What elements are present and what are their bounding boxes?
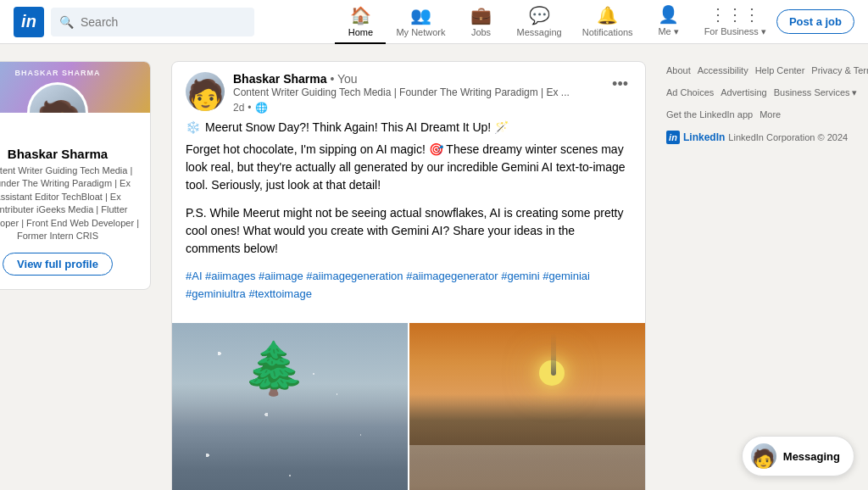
post-body-part2: P.S. While Meerut might not be seeing ac… <box>186 204 632 258</box>
messaging-icon: 💬 <box>529 5 550 25</box>
footer-link-about[interactable]: About <box>666 61 691 80</box>
search-input[interactable] <box>81 15 246 29</box>
sunset-scene <box>409 323 645 490</box>
nav-label-home: Home <box>348 27 373 37</box>
profile-banner: 🧑 <box>0 62 150 113</box>
post-images: 🌲 <box>172 323 645 490</box>
post-separator: • <box>248 102 251 114</box>
footer-link-accessibility[interactable]: Accessibility <box>698 61 748 80</box>
nav-label-notifications: Notifications <box>582 27 633 37</box>
nav-label-jobs: Jobs <box>471 27 491 37</box>
linkedin-logo-letter: in <box>21 12 36 31</box>
main-layout: 🧑 Bhaskar Sharma Content Writer Guiding … <box>0 44 868 490</box>
footer-link-more[interactable]: More <box>760 105 781 124</box>
messaging-bubble-label: Messaging <box>783 450 840 463</box>
post-job-button[interactable]: Post a job <box>776 9 854 34</box>
nav-item-home[interactable]: 🏠 Home <box>335 0 386 44</box>
avatar-figure: 🧑 <box>34 102 82 113</box>
post-more-button[interactable]: ••• <box>609 72 632 97</box>
footer-link-help-center[interactable]: Help Center <box>755 61 805 80</box>
footer-link-ad-choices[interactable]: Ad Choices <box>666 83 714 102</box>
messaging-avatar: 🧑 <box>751 443 776 469</box>
nav-label-me: Me ▾ <box>658 26 678 37</box>
post-author-area: 🧑 Bhaskar Sharma • You Content Writer Gu… <box>186 72 570 114</box>
footer-link-get-app[interactable]: Get the LinkedIn app <box>666 105 753 124</box>
feed: 🧑 Bhaskar Sharma • You Content Writer Gu… <box>171 61 646 490</box>
footer-link-privacy-terms[interactable]: Privacy & Terms ▾ <box>811 61 868 80</box>
view-full-profile-button[interactable]: View full profile <box>3 253 113 276</box>
for-business-icon: ⋮⋮⋮ <box>709 4 760 25</box>
main-nav: 🏠 Home 👥 My Network 💼 Jobs 💬 Messaging 🔔… <box>335 0 854 44</box>
nav-item-messaging[interactable]: 💬 Messaging <box>507 0 572 44</box>
linkedin-logo-small: in <box>666 131 680 144</box>
msg-avatar-figure: 🧑 <box>752 450 775 469</box>
footer-links: About Accessibility Help Center Privacy … <box>666 61 868 124</box>
profile-card: 🧑 Bhaskar Sharma Content Writer Guiding … <box>0 61 151 290</box>
post-title-text: Meerut Snow Day?! Think Again! This AI D… <box>205 120 509 134</box>
me-avatar-icon: 👤 <box>658 4 679 25</box>
notifications-icon: 🔔 <box>597 5 618 25</box>
profile-bio: Content Writer Guiding Tech Media | Foun… <box>0 164 140 242</box>
nav-label-messaging: Messaging <box>517 27 562 37</box>
globe-icon: 🌐 <box>255 102 268 114</box>
footer-link-business-services[interactable]: Business Services ▾ <box>774 83 857 102</box>
nav-item-jobs[interactable]: 💼 Jobs <box>456 0 507 44</box>
post-image-sunset <box>409 323 645 490</box>
post-hashtags[interactable]: #AI #aiimages #aiimage #aiimagegeneratio… <box>186 268 632 303</box>
messaging-bubble[interactable]: 🧑 Messaging <box>742 436 854 476</box>
network-icon: 👥 <box>410 5 431 25</box>
right-sidebar: About Accessibility Help Center Privacy … <box>666 61 868 490</box>
author-badge: • You <box>330 72 357 86</box>
profile-card-body: Bhaskar Sharma Content Writer Guiding Te… <box>0 113 150 276</box>
post-title: ❄️ Meerut Snow Day?! Think Again! This A… <box>186 120 632 134</box>
tree-icon: 🌲 <box>242 343 306 394</box>
post-header: 🧑 Bhaskar Sharma • You Content Writer Gu… <box>172 62 645 120</box>
author-name-text: Bhaskar Sharma <box>233 72 327 86</box>
post-time: 2d <box>233 102 244 114</box>
profile-name: Bhaskar Sharma <box>0 147 140 161</box>
left-sidebar: 🧑 Bhaskar Sharma Content Writer Guiding … <box>0 61 151 490</box>
nav-item-my-network[interactable]: 👥 My Network <box>386 0 455 44</box>
header: in 🔍 🏠 Home 👥 My Network 💼 Jobs 💬 Messag… <box>0 0 868 44</box>
nav-item-notifications[interactable]: 🔔 Notifications <box>572 0 643 44</box>
smoke-element <box>551 333 556 376</box>
jobs-icon: 💼 <box>470 5 492 25</box>
linkedin-brand-text: LinkedIn <box>683 131 725 143</box>
post-author-info: Bhaskar Sharma • You Content Writer Guid… <box>233 72 570 114</box>
snowflake-icon: ❄️ <box>186 120 200 134</box>
post-meta: 2d • 🌐 <box>233 102 570 114</box>
profile-avatar: 🧑 <box>27 82 88 113</box>
linkedin-logo: in <box>14 7 44 37</box>
snow-scene: 🌲 <box>172 323 408 490</box>
post-body-part1: Forget hot chocolate, I'm sipping on AI … <box>186 141 632 194</box>
linkedin-brand: in LinkedIn LinkedIn Corporation © 2024 <box>666 131 868 144</box>
chevron-down-icon-2: ▾ <box>852 83 857 102</box>
search-icon: 🔍 <box>59 15 74 29</box>
post-content: ❄️ Meerut Snow Day?! Think Again! This A… <box>172 120 645 324</box>
snow-buildings <box>172 384 408 490</box>
post-author-avatar: 🧑 <box>186 72 225 111</box>
nav-label-my-network: My Network <box>396 27 445 37</box>
sunset-overlay <box>409 445 645 490</box>
post-author-name: Bhaskar Sharma • You <box>233 72 570 86</box>
nav-item-me[interactable]: 👤 Me ▾ <box>643 0 694 44</box>
footer-link-advertising[interactable]: Advertising <box>721 83 766 102</box>
post-image-snow: 🌲 <box>172 323 408 490</box>
home-icon: 🏠 <box>350 5 371 25</box>
nav-label-for-business: For Business ▾ <box>704 26 766 37</box>
avatar-figure-post: 🧑 <box>186 81 225 111</box>
post-card: 🧑 Bhaskar Sharma • You Content Writer Gu… <box>171 61 646 490</box>
search-bar[interactable]: 🔍 <box>51 8 254 36</box>
copyright-text: LinkedIn Corporation © 2024 <box>728 132 848 142</box>
nav-item-for-business[interactable]: ⋮⋮⋮ For Business ▾ <box>694 0 776 44</box>
author-title: Content Writer Guiding Tech Media | Foun… <box>233 86 570 100</box>
